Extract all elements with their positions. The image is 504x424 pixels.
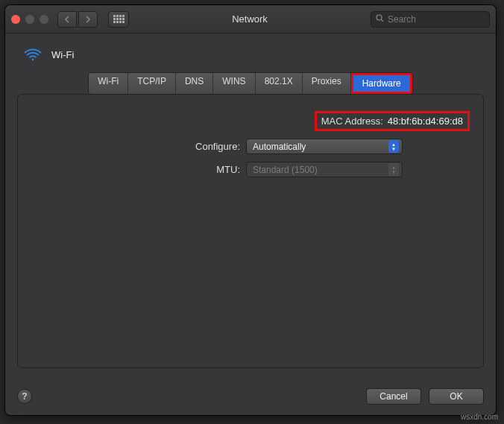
configure-label: Configure:: [31, 141, 240, 152]
footer: ? Cancel OK: [5, 381, 496, 415]
tab-dns[interactable]: DNS: [176, 73, 213, 94]
grid-icon: [113, 15, 125, 23]
mtu-dropdown[interactable]: Standard (1500) ▲▼: [246, 162, 403, 177]
hardware-pane: MAC Address: 48:bf:6b:d4:69:d8 Configure…: [17, 94, 484, 368]
configure-row: Configure: Automatically ▲▼: [31, 139, 470, 154]
svg-point-2: [32, 59, 34, 61]
back-button[interactable]: [57, 11, 77, 28]
highlight-box-tab: Hardware: [351, 73, 412, 94]
chevron-right-icon: [85, 16, 91, 23]
configure-value: Automatically: [253, 142, 306, 152]
window-controls: [11, 15, 48, 24]
chevron-updown-icon: ▲▼: [388, 140, 399, 153]
window-title: Network: [135, 13, 365, 25]
preferences-window: Network Search Wi-Fi Wi-Fi TCP/IP DNS: [4, 4, 497, 416]
mtu-row: MTU: Standard (1500) ▲▼: [31, 162, 470, 177]
highlight-box-mac: MAC Address: 48:bf:6b:d4:69:d8: [315, 111, 470, 131]
show-all-button[interactable]: [108, 11, 129, 28]
nav-buttons: [57, 11, 98, 28]
svg-line-1: [381, 19, 383, 22]
content-area: Wi-Fi Wi-Fi TCP/IP DNS WINS 802.1X Proxi…: [5, 34, 496, 381]
titlebar: Network Search: [5, 5, 496, 34]
configure-dropdown[interactable]: Automatically ▲▼: [246, 139, 403, 154]
minimize-window-button[interactable]: [25, 15, 34, 24]
mtu-value: Standard (1500): [253, 165, 318, 175]
cancel-button[interactable]: Cancel: [366, 388, 421, 405]
watermark: wsxdn.com: [461, 413, 498, 421]
chevron-updown-icon: ▲▼: [388, 163, 399, 176]
mac-address-value: 48:bf:6b:d4:69:d8: [388, 116, 463, 127]
service-header: Wi-Fi: [17, 44, 484, 72]
tab-proxies[interactable]: Proxies: [303, 73, 351, 94]
search-field[interactable]: Search: [371, 11, 490, 28]
tab-wifi[interactable]: Wi-Fi: [89, 73, 128, 94]
service-name: Wi-Fi: [51, 49, 74, 60]
tab-8021x[interactable]: 802.1X: [256, 73, 303, 94]
svg-point-0: [377, 15, 382, 20]
wifi-icon: [23, 47, 42, 62]
ok-button[interactable]: OK: [429, 388, 484, 405]
mtu-label: MTU:: [31, 164, 240, 175]
mac-address-label: MAC Address:: [321, 116, 383, 127]
help-button[interactable]: ?: [17, 389, 32, 404]
close-window-button[interactable]: [11, 15, 20, 24]
chevron-left-icon: [64, 16, 70, 23]
tab-wins[interactable]: WINS: [213, 73, 255, 94]
mac-address-row: MAC Address: 48:bf:6b:d4:69:d8: [0, 111, 470, 131]
tab-bar: Wi-Fi TCP/IP DNS WINS 802.1X Proxies Har…: [88, 72, 412, 95]
search-icon: [376, 14, 384, 25]
tab-hardware[interactable]: Hardware: [353, 75, 410, 92]
search-placeholder: Search: [388, 14, 416, 25]
tab-tcpip[interactable]: TCP/IP: [128, 73, 176, 94]
zoom-window-button[interactable]: [40, 15, 48, 24]
forward-button[interactable]: [78, 11, 98, 28]
